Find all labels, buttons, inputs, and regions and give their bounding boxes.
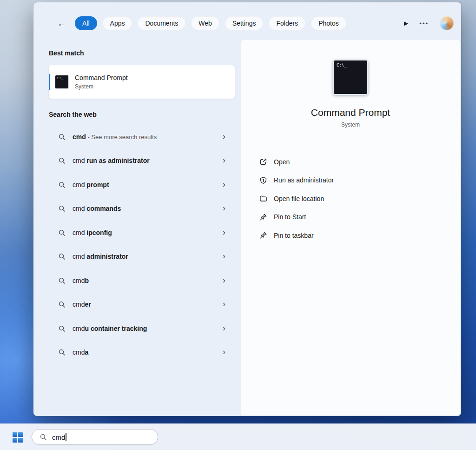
text-caret: [66, 433, 66, 441]
command-prompt-large-icon: C:\_: [333, 60, 368, 95]
back-arrow-icon: ←: [57, 18, 66, 29]
suggestion-text: cmd ipconfig: [73, 229, 223, 236]
filter-tab[interactable]: Web: [191, 16, 219, 30]
web-suggestion[interactable]: cmder ›: [49, 293, 235, 317]
best-match-result[interactable]: C:\_ Command Prompt System: [49, 65, 235, 99]
chevron-right-icon: ›: [223, 155, 225, 166]
web-suggestion[interactable]: cmda ›: [49, 341, 235, 365]
search-icon: [58, 229, 66, 236]
result-subtitle: System: [75, 83, 128, 90]
filter-tab[interactable]: Folders: [269, 16, 305, 30]
chevron-right-icon: ›: [223, 132, 225, 142]
filter-tabs-row: ← All Apps Documents Web Settings Folder…: [54, 16, 454, 31]
chevron-right-icon: ›: [223, 275, 225, 286]
suggestion-text: cmd administrator: [73, 253, 223, 260]
pin-icon: [259, 231, 267, 239]
suggestion-text: cmd - See more search results: [73, 133, 223, 141]
folder-icon: [259, 195, 267, 202]
result-title: Command Prompt: [75, 74, 128, 81]
context-action[interactable]: Open: [241, 153, 460, 171]
start-search-panel: ← All Apps Documents Web Settings Folder…: [33, 2, 461, 416]
filter-tab[interactable]: All: [75, 16, 97, 30]
filter-tab[interactable]: Settings: [225, 16, 264, 30]
filter-tab[interactable]: Documents: [138, 16, 185, 30]
filter-tab[interactable]: Photos: [311, 16, 346, 30]
chevron-right-icon: ›: [223, 203, 225, 214]
suggestion-text: cmda: [73, 349, 223, 356]
search-icon: [58, 325, 66, 332]
search-icon: [58, 205, 66, 212]
search-filter-tabs: All Apps Documents Web Settings Folders …: [75, 16, 346, 30]
web-suggestion[interactable]: cmdb ›: [49, 269, 235, 293]
start-button[interactable]: [7, 428, 28, 447]
suggestion-text: cmder: [73, 301, 223, 308]
preview-divider: [249, 145, 452, 145]
header-actions: ▶ •••: [404, 16, 454, 30]
chevron-right-icon: ›: [223, 251, 225, 262]
admin-icon: [259, 176, 267, 184]
command-prompt-icon: C:\_: [55, 75, 69, 89]
taskbar: cmd ENG IN: [0, 423, 476, 450]
web-suggestion[interactable]: cmd administrator ›: [49, 245, 235, 269]
search-icon: [58, 349, 66, 356]
suggestion-text: cmd commands: [73, 205, 223, 212]
web-section-heading: Search the web: [49, 110, 235, 119]
chevron-right-icon: ›: [223, 347, 225, 357]
chevron-right-icon: ›: [223, 299, 225, 309]
open-icon: [259, 158, 267, 166]
results-column: Best match C:\_ Command Prompt System Se…: [49, 48, 235, 364]
filter-tab[interactable]: Apps: [103, 16, 132, 30]
context-actions: Open Run as administrator Open file loca…: [241, 153, 460, 245]
more-options-button[interactable]: •••: [419, 20, 429, 27]
taskbar-search-input[interactable]: cmd: [32, 429, 158, 445]
suggestion-text: cmd prompt: [73, 181, 223, 188]
search-icon: [58, 181, 66, 188]
search-value: cmd: [52, 433, 65, 441]
suggestion-text: cmdb: [73, 277, 223, 284]
chevron-right-icon: ›: [223, 180, 225, 190]
copilot-icon[interactable]: [440, 16, 454, 30]
web-suggestion[interactable]: cmd run as administrator ›: [49, 149, 235, 173]
search-icon: [58, 253, 66, 260]
search-icon: [58, 301, 66, 308]
search-icon: [40, 433, 47, 441]
preview-panel: C:\_ Command Prompt System Open Run as a…: [240, 40, 461, 416]
search-icon: [58, 277, 66, 284]
ellipsis-icon: •••: [419, 20, 429, 27]
context-action[interactable]: Run as administrator: [241, 171, 460, 190]
play-button[interactable]: ▶: [404, 20, 408, 27]
context-action[interactable]: Pin to Start: [241, 208, 460, 227]
preview-title: Command Prompt: [241, 107, 460, 118]
web-suggestion[interactable]: cmd prompt ›: [49, 173, 235, 197]
web-suggestion[interactable]: cmd ipconfig ›: [49, 221, 235, 245]
suggestion-text: cmd run as administrator: [73, 157, 223, 164]
chevron-right-icon: ›: [223, 228, 225, 238]
context-action[interactable]: Pin to taskbar: [241, 226, 460, 245]
suggestion-text: cmdu container tracking: [73, 325, 223, 332]
preview-subtitle: System: [241, 121, 460, 128]
windows-logo-icon: [13, 432, 23, 443]
web-suggestion[interactable]: cmd commands ›: [49, 197, 235, 221]
back-button[interactable]: ←: [54, 16, 70, 31]
web-suggestion-list: cmd - See more search results › cmd run …: [49, 125, 235, 364]
context-action[interactable]: Open file location: [241, 189, 460, 208]
web-suggestion[interactable]: cmdu container tracking ›: [49, 316, 235, 341]
search-icon: [58, 133, 66, 141]
best-match-heading: Best match: [49, 48, 235, 58]
chevron-right-icon: ›: [223, 323, 225, 334]
play-icon: ▶: [404, 20, 408, 27]
pin-icon: [259, 213, 267, 221]
search-icon: [58, 157, 66, 164]
web-suggestion[interactable]: cmd - See more search results ›: [49, 125, 235, 149]
selection-accent-bar: [49, 74, 50, 90]
